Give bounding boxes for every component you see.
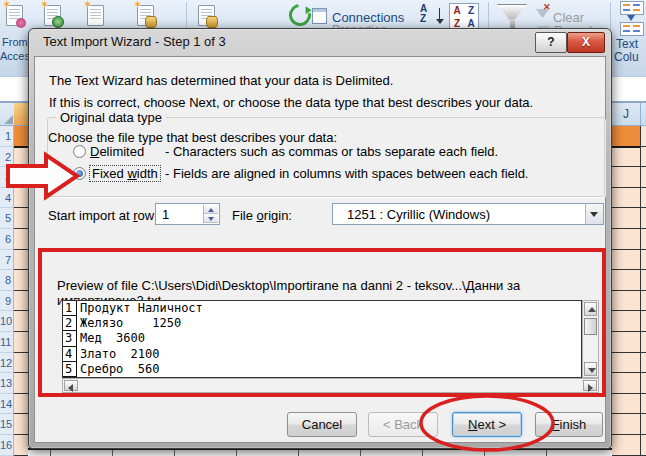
dialog-client-area: The Text Wizard has determined that your… (34, 56, 606, 443)
next-label-rest: ext > (477, 417, 506, 432)
text-import-wizard-dialog: Text Import Wizard - Step 1 of 3 ? X The… (28, 28, 612, 449)
sort-dialog-icon[interactable]: A Z Z A (449, 3, 479, 31)
row-header[interactable]: 11 (0, 332, 13, 353)
intro-line1: The Text Wizard has determined that your… (49, 73, 393, 88)
spinner-up-button[interactable] (204, 205, 218, 214)
clear-label: Clear (553, 10, 584, 25)
cell-j1-orange[interactable] (612, 126, 640, 148)
delimited-mnemonic: D (90, 144, 99, 159)
scroll-right-icon (588, 384, 593, 392)
scroll-left-icon (68, 384, 73, 392)
start-row-value: 1 (162, 207, 169, 222)
scroll-down-icon (588, 368, 596, 373)
refresh-all-icon[interactable] (285, 0, 316, 30)
dialog-titlebar[interactable]: Text Import Wizard - Step 1 of 3 ? X (29, 29, 611, 56)
preview-line-text: Злато 2100 (77, 347, 159, 362)
preview-line-text: Сребро 560 (77, 362, 159, 377)
preview-text-area[interactable]: 1Продукт Наличност 2Желязо 1250 3Мед 360… (62, 300, 582, 378)
row-header[interactable]: 5 (0, 208, 13, 229)
fixed-width-radio[interactable] (73, 167, 86, 180)
text-columns-label-line2[interactable]: Colu (614, 50, 639, 64)
row-header[interactable]: 13 (0, 373, 13, 394)
finish-label-rest: inish (560, 417, 587, 432)
back-button: < Back (368, 412, 438, 437)
worksheet-bottom-row[interactable] (28, 448, 612, 456)
file-origin-label: File origin: (232, 208, 292, 223)
row-header[interactable]: 3 (0, 167, 13, 188)
row-header[interactable]: 1 (0, 126, 13, 147)
start-row-label-pre: Start import at (48, 208, 133, 223)
gridline (236, 450, 237, 456)
finish-button[interactable]: Finish (535, 412, 603, 437)
gridline (112, 450, 113, 456)
file-origin-mnemonic: o (257, 208, 264, 223)
start-row-label: Start import at row: (48, 208, 158, 223)
file-origin-dropdown[interactable]: 1251 : Cyrillic (Windows) (332, 203, 604, 225)
filter-funnel-icon[interactable] (497, 4, 527, 20)
chevron-down-icon (590, 212, 598, 217)
delimited-radio[interactable] (73, 145, 86, 158)
sparkle-icon: ✶ (2, 0, 11, 11)
gridline (360, 450, 361, 456)
row-header[interactable]: 4 (0, 188, 13, 209)
preview-box: 1Продукт Наличност 2Желязо 1250 3Мед 360… (62, 300, 599, 393)
delimited-label-rest: elimited (99, 144, 144, 159)
row-header[interactable]: 7 (0, 250, 13, 271)
sparkle-icon: ✶ (83, 0, 92, 11)
spinner-down-button[interactable] (204, 214, 218, 223)
row-header[interactable]: 12 (0, 353, 13, 374)
cancel-button[interactable]: Cancel (287, 412, 357, 437)
down-arrow-icon (208, 217, 214, 221)
next-button[interactable]: Next > (452, 412, 522, 437)
preview-row: 1Продукт Наличност (63, 301, 581, 316)
preview-vertical-scrollbar[interactable] (582, 300, 599, 378)
intro-line2: If this is correct, choose Next, or choo… (49, 95, 533, 110)
row-header[interactable]: 10 (0, 311, 13, 332)
delimited-radio-label[interactable]: Delimited (90, 144, 144, 159)
scroll-right-button[interactable] (583, 380, 597, 391)
row-header[interactable]: 15 (0, 414, 13, 435)
sparkle-icon: ✶ (133, 0, 142, 11)
gridline (50, 450, 51, 456)
up-arrow-icon (208, 208, 214, 212)
close-button[interactable]: X (567, 32, 605, 53)
scroll-up-button[interactable] (584, 302, 597, 316)
existing-connections-icon[interactable] (198, 5, 215, 26)
fixed-width-description: - Fields are aligned in columns with spa… (165, 166, 528, 181)
file-origin-value: 1251 : Cyrillic (Windows) (347, 207, 490, 222)
start-row-spinner (203, 205, 218, 223)
ttc-dash (633, 9, 640, 11)
help-button[interactable]: ? (535, 32, 567, 53)
ttc-dash (623, 4, 630, 6)
from-access-label-line1[interactable]: From (2, 36, 28, 48)
text-to-columns-icon[interactable] (620, 1, 644, 15)
sort-ascending-icon[interactable]: A Z (420, 4, 442, 30)
column-j-header[interactable]: J (612, 103, 641, 125)
preview-horizontal-scrollbar[interactable] (62, 378, 599, 393)
ttc-dash (633, 4, 640, 6)
row-header[interactable]: 14 (0, 394, 13, 415)
select-all-corner[interactable] (0, 103, 15, 125)
scroll-left-button[interactable] (64, 380, 78, 391)
row-header[interactable]: 16 (0, 435, 13, 456)
preview-row: 2Желязо 1250 (63, 316, 581, 331)
sort-down-arrow (439, 8, 440, 21)
cylinder-badge (145, 16, 157, 28)
dropdown-arrow-button[interactable] (585, 204, 603, 224)
file-origin-label-rest: rigin: (264, 208, 292, 223)
row-header[interactable]: 2 (0, 147, 13, 168)
row-header[interactable]: 8 (0, 270, 13, 291)
row-header[interactable]: 9 (0, 291, 13, 312)
fixed-width-label-pre: Fixed (92, 166, 127, 181)
column-j-border (640, 126, 641, 456)
scroll-down-button[interactable] (584, 362, 597, 376)
fixed-width-radio-label[interactable]: Fixed width (90, 166, 160, 181)
start-row-input[interactable]: 1 (155, 203, 220, 225)
worksheet-column-j[interactable] (612, 126, 646, 456)
globe-badge (52, 16, 64, 28)
filter-funnel-stem (510, 19, 515, 28)
row-header[interactable]: 6 (0, 229, 13, 250)
vertical-scroll-thumb[interactable] (584, 318, 597, 335)
preview-row: 5Сребро 560 (63, 362, 581, 377)
text-columns-label-line1[interactable]: Text (616, 37, 638, 51)
